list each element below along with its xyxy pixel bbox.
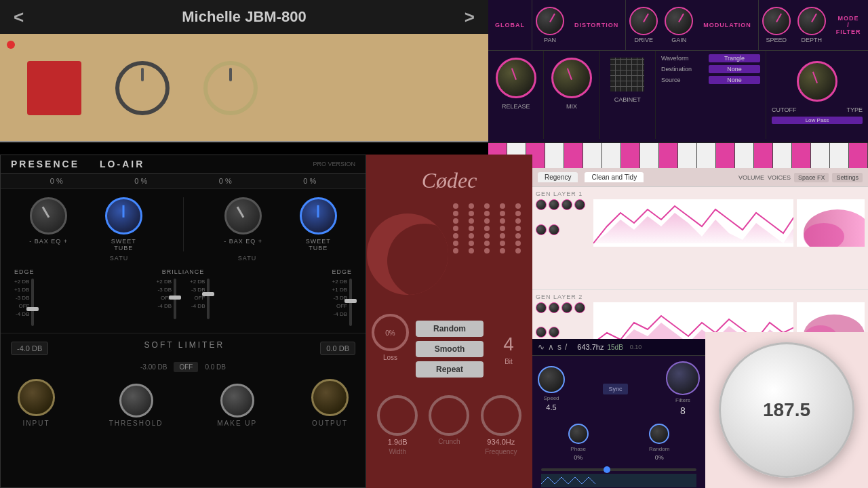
bril-slider-thumb[interactable] <box>169 296 181 300</box>
gen1-knob-3[interactable] <box>561 199 572 210</box>
osc-sync-btn[interactable]: Sync <box>603 384 627 394</box>
input-knob[interactable] <box>18 379 55 416</box>
cabinet-icon[interactable] <box>610 58 644 92</box>
gen2-knob-2[interactable] <box>549 302 559 313</box>
osc-filters-knob[interactable] <box>666 361 700 395</box>
wave-tri-btn[interactable]: ∧ <box>548 342 554 352</box>
space-fx-btn[interactable]: Space FX <box>794 173 829 182</box>
sweet-tube-right-knob[interactable] <box>300 197 337 235</box>
random-btn[interactable]: Random <box>416 321 484 337</box>
brilliance-controls: +2 DB -3 DB OFF -4 DB +2 DB -3 DB <box>157 279 210 319</box>
piano-key-20[interactable] <box>849 143 868 169</box>
osc-phase-knob[interactable] <box>568 424 589 444</box>
clean-tidy-tab[interactable]: Clean and Tidy <box>585 172 644 182</box>
destination-select[interactable]: None <box>709 65 760 73</box>
presence-title: PRESENCE <box>11 159 79 169</box>
wave-saw-btn[interactable]: / <box>565 342 567 352</box>
edge-slider-track-left[interactable] <box>31 279 34 326</box>
gain-knob[interactable] <box>665 7 693 35</box>
crunch-knob[interactable] <box>429 395 469 436</box>
dot-24 <box>500 233 505 239</box>
regency-tab[interactable]: Regency <box>538 172 578 182</box>
gen2-knob-1[interactable] <box>536 302 547 313</box>
record-indicator <box>7 41 15 49</box>
depth-knob[interactable] <box>797 7 826 35</box>
osc-random-knob[interactable] <box>649 424 669 444</box>
gen-layer-1: GEN LAYER 1 <box>532 187 868 290</box>
gen2-knob-3[interactable] <box>561 302 572 313</box>
piano-key-12[interactable] <box>697 143 716 169</box>
piano-key-17[interactable] <box>792 143 811 169</box>
loss-knob[interactable]: 0% <box>372 314 409 351</box>
michelle-next-btn[interactable]: > <box>465 7 475 28</box>
osc-filters-label: Filters <box>675 397 690 403</box>
threshold-knob[interactable] <box>119 384 153 418</box>
speed-knob[interactable] <box>762 7 791 35</box>
piano-key-16[interactable] <box>773 143 792 169</box>
gen2-knob-4[interactable] <box>574 302 585 313</box>
drive-knob[interactable] <box>629 7 658 35</box>
edge-slider-thumb-right[interactable] <box>344 299 357 303</box>
edge-slider-thumb-left[interactable] <box>26 307 39 311</box>
gen1-knob-2[interactable] <box>549 199 559 210</box>
piano-key-10[interactable] <box>659 143 678 169</box>
low-pass-badge[interactable]: Low Pass <box>772 117 863 124</box>
width-knob[interactable] <box>377 395 418 436</box>
piano-key-13[interactable] <box>716 143 735 169</box>
frequency-knob[interactable] <box>481 395 521 436</box>
bril-slider-track[interactable] <box>174 279 176 319</box>
piano-key-18[interactable] <box>811 143 830 169</box>
piano-key-8[interactable] <box>621 143 640 169</box>
source-select[interactable]: None <box>709 76 760 84</box>
piano-key-4[interactable] <box>545 143 564 169</box>
gen1-knob-5[interactable] <box>536 224 547 235</box>
edge-slider-track-right[interactable] <box>349 279 352 326</box>
main-knobs-row: - BAX EQ + SWEETTUBE - BAX EQ + SWEETTUB… <box>1 189 366 255</box>
settings-btn[interactable]: Settings <box>832 173 863 182</box>
michelle-knob-2[interactable] <box>203 61 258 115</box>
michelle-prev-btn[interactable]: < <box>14 7 24 28</box>
sweet-tube-left-knob[interactable] <box>105 197 142 235</box>
michelle-knob-1[interactable] <box>115 61 170 115</box>
satu-left: SATU <box>110 255 128 262</box>
bax-eq-left-knob[interactable] <box>30 197 67 235</box>
gen2-knob-6[interactable] <box>549 327 559 338</box>
mix-knob[interactable] <box>551 58 592 98</box>
waveform-select[interactable]: Trangle <box>709 54 760 62</box>
dot-13 <box>484 218 490 224</box>
osc-speed-knob[interactable] <box>538 366 565 393</box>
osc-slider-1-thumb[interactable] <box>604 466 610 473</box>
release-label: Release <box>502 103 530 110</box>
piano-key-5[interactable] <box>564 143 583 169</box>
repeat-btn[interactable]: Repeat <box>416 361 484 378</box>
cutoff-knob[interactable] <box>797 61 837 102</box>
release-knob[interactable] <box>496 58 536 98</box>
satu-row: SATU SATU <box>1 255 366 262</box>
piano-key-15[interactable] <box>754 143 773 169</box>
bril-slider-track-2[interactable] <box>207 279 210 319</box>
slider-marks-left: +2 DB +1 DB -3 DB OFF -4 DB <box>14 279 29 326</box>
limiter-off-btn[interactable]: OFF <box>174 362 198 372</box>
gen2-knob-5[interactable] <box>536 327 547 338</box>
bax-eq-right-knob[interactable] <box>224 197 262 235</box>
piano-key-14[interactable] <box>735 143 754 169</box>
gen1-knob-4[interactable] <box>574 199 585 210</box>
big-knob[interactable]: 187.5 <box>719 342 854 478</box>
wave-sq-btn[interactable]: s <box>557 342 561 352</box>
output-label: OUTPUT <box>312 420 348 427</box>
smooth-btn[interactable]: Smooth <box>416 341 484 357</box>
dot-25 <box>515 233 521 239</box>
gen1-knob-1[interactable] <box>536 199 547 210</box>
makeup-knob[interactable] <box>220 384 254 418</box>
bril-slider-thumb-2[interactable] <box>202 292 214 296</box>
osc-slider-1[interactable] <box>541 468 696 471</box>
piano-key-19[interactable] <box>830 143 849 169</box>
piano-key-9[interactable] <box>640 143 659 169</box>
piano-key-6[interactable] <box>583 143 602 169</box>
piano-key-7[interactable] <box>602 143 621 169</box>
pan-knob[interactable] <box>536 7 564 35</box>
gen1-knob-6[interactable] <box>549 224 559 235</box>
wave-sine-btn[interactable]: ∿ <box>538 342 545 352</box>
output-knob[interactable] <box>311 379 349 416</box>
piano-key-11[interactable] <box>678 143 697 169</box>
